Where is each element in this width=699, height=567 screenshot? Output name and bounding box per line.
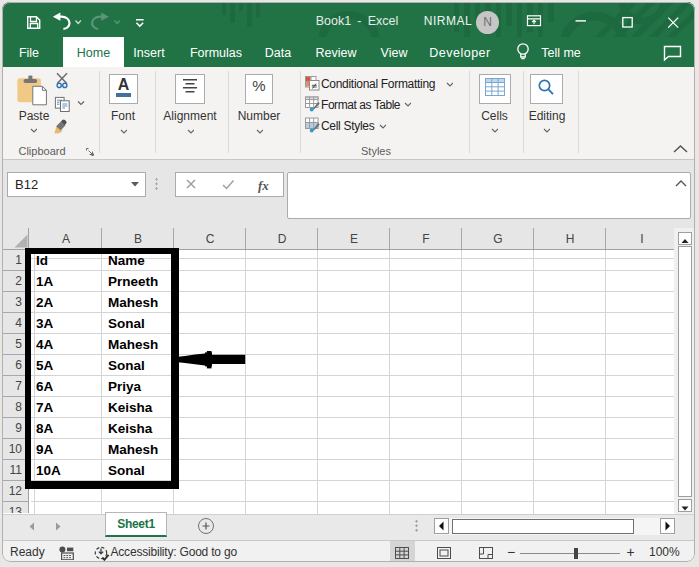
svg-text:fx: fx: [258, 177, 269, 192]
